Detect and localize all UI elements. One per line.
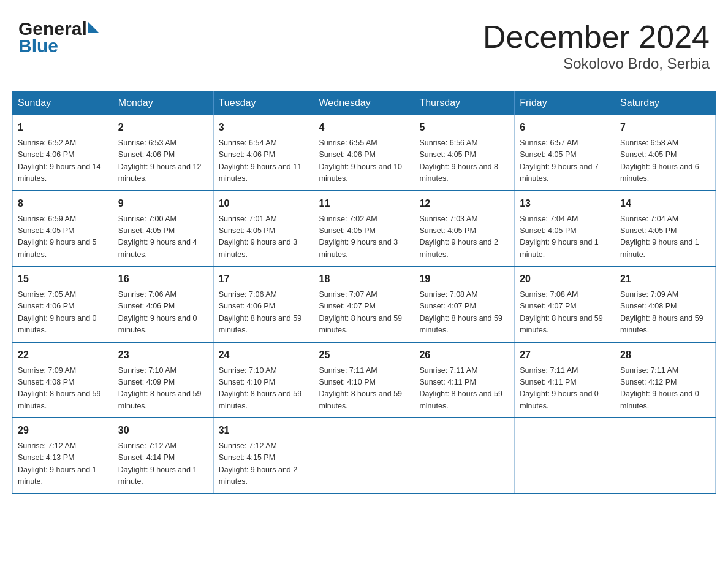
calendar-cell: 30Sunrise: 7:12 AMSunset: 4:14 PMDayligh…	[113, 418, 213, 494]
day-info: Sunrise: 7:09 AMSunset: 4:08 PMDaylight:…	[18, 365, 108, 413]
calendar-cell: 25Sunrise: 7:11 AMSunset: 4:10 PMDayligh…	[314, 342, 414, 418]
day-number: 2	[118, 120, 208, 135]
calendar-cell: 3Sunrise: 6:54 AMSunset: 4:06 PMDaylight…	[213, 115, 314, 191]
calendar-cell: 10Sunrise: 7:01 AMSunset: 4:05 PMDayligh…	[213, 191, 314, 267]
day-info: Sunrise: 7:09 AMSunset: 4:08 PMDaylight:…	[620, 289, 710, 337]
day-info: Sunrise: 6:52 AMSunset: 4:06 PMDaylight:…	[18, 137, 108, 185]
calendar-cell: 17Sunrise: 7:06 AMSunset: 4:06 PMDayligh…	[213, 266, 314, 342]
calendar-cell: 27Sunrise: 7:11 AMSunset: 4:11 PMDayligh…	[515, 342, 615, 418]
day-info: Sunrise: 7:12 AMSunset: 4:13 PMDaylight:…	[18, 440, 108, 488]
calendar-cell: 19Sunrise: 7:08 AMSunset: 4:07 PMDayligh…	[414, 266, 515, 342]
calendar-cell: 5Sunrise: 6:56 AMSunset: 4:05 PMDaylight…	[414, 115, 515, 191]
calendar-cell: 4Sunrise: 6:55 AMSunset: 4:06 PMDaylight…	[314, 115, 414, 191]
calendar-cell: 2Sunrise: 6:53 AMSunset: 4:06 PMDaylight…	[113, 115, 213, 191]
day-number: 20	[520, 272, 610, 286]
title-block: December 2024 Sokolovo Brdo, Serbia	[483, 18, 710, 72]
calendar-cell	[314, 418, 414, 494]
day-info: Sunrise: 7:04 AMSunset: 4:05 PMDaylight:…	[620, 213, 710, 261]
day-number: 10	[219, 196, 309, 211]
calendar-cell: 7Sunrise: 6:58 AMSunset: 4:05 PMDaylight…	[615, 115, 716, 191]
day-number: 6	[520, 120, 610, 135]
day-info: Sunrise: 7:01 AMSunset: 4:05 PMDaylight:…	[219, 213, 309, 261]
day-header-wednesday: Wednesday	[314, 91, 414, 115]
day-number: 17	[219, 272, 309, 286]
day-header-tuesday: Tuesday	[213, 91, 314, 115]
calendar-cell: 12Sunrise: 7:03 AMSunset: 4:05 PMDayligh…	[414, 191, 515, 267]
calendar-cell: 14Sunrise: 7:04 AMSunset: 4:05 PMDayligh…	[615, 191, 716, 267]
day-header-sunday: Sunday	[13, 91, 113, 115]
day-info: Sunrise: 6:58 AMSunset: 4:05 PMDaylight:…	[620, 137, 710, 185]
week-row-5: 29Sunrise: 7:12 AMSunset: 4:13 PMDayligh…	[13, 418, 716, 494]
day-info: Sunrise: 7:04 AMSunset: 4:05 PMDaylight:…	[520, 213, 610, 261]
day-number: 27	[520, 348, 610, 362]
logo: General Blue	[18, 18, 99, 56]
day-info: Sunrise: 7:06 AMSunset: 4:06 PMDaylight:…	[219, 289, 309, 337]
day-number: 28	[620, 348, 710, 362]
day-number: 18	[319, 272, 409, 286]
day-number: 22	[18, 348, 108, 362]
day-info: Sunrise: 7:02 AMSunset: 4:05 PMDaylight:…	[319, 213, 409, 261]
calendar-subtitle: Sokolovo Brdo, Serbia	[483, 55, 710, 72]
day-number: 9	[118, 196, 208, 211]
day-info: Sunrise: 6:53 AMSunset: 4:06 PMDaylight:…	[118, 137, 208, 185]
week-row-1: 1Sunrise: 6:52 AMSunset: 4:06 PMDaylight…	[13, 115, 716, 191]
day-info: Sunrise: 7:08 AMSunset: 4:07 PMDaylight:…	[419, 289, 509, 337]
day-number: 13	[520, 196, 610, 211]
day-info: Sunrise: 7:12 AMSunset: 4:14 PMDaylight:…	[118, 440, 208, 488]
week-row-4: 22Sunrise: 7:09 AMSunset: 4:08 PMDayligh…	[13, 342, 716, 418]
day-info: Sunrise: 7:10 AMSunset: 4:10 PMDaylight:…	[219, 365, 309, 413]
day-info: Sunrise: 7:03 AMSunset: 4:05 PMDaylight:…	[419, 213, 509, 261]
day-info: Sunrise: 7:12 AMSunset: 4:15 PMDaylight:…	[219, 440, 309, 488]
week-row-2: 8Sunrise: 6:59 AMSunset: 4:05 PMDaylight…	[13, 191, 716, 267]
calendar-cell: 20Sunrise: 7:08 AMSunset: 4:07 PMDayligh…	[515, 266, 615, 342]
logo-blue-text: Blue	[18, 36, 58, 56]
calendar-cell: 6Sunrise: 6:57 AMSunset: 4:05 PMDaylight…	[515, 115, 615, 191]
day-header-friday: Friday	[515, 91, 615, 115]
day-number: 7	[620, 120, 710, 135]
calendar-cell: 15Sunrise: 7:05 AMSunset: 4:06 PMDayligh…	[13, 266, 113, 342]
calendar-cell	[615, 418, 716, 494]
day-info: Sunrise: 7:08 AMSunset: 4:07 PMDaylight:…	[520, 289, 610, 337]
day-info: Sunrise: 7:05 AMSunset: 4:06 PMDaylight:…	[18, 289, 108, 337]
day-info: Sunrise: 6:59 AMSunset: 4:05 PMDaylight:…	[18, 213, 108, 261]
calendar-cell: 9Sunrise: 7:00 AMSunset: 4:05 PMDaylight…	[113, 191, 213, 267]
day-info: Sunrise: 7:00 AMSunset: 4:05 PMDaylight:…	[118, 213, 208, 261]
day-number: 3	[219, 120, 309, 135]
day-info: Sunrise: 7:07 AMSunset: 4:07 PMDaylight:…	[319, 289, 409, 337]
calendar-table: SundayMondayTuesdayWednesdayThursdayFrid…	[12, 91, 716, 494]
day-info: Sunrise: 7:06 AMSunset: 4:06 PMDaylight:…	[118, 289, 208, 337]
calendar-cell: 11Sunrise: 7:02 AMSunset: 4:05 PMDayligh…	[314, 191, 414, 267]
calendar-cell: 1Sunrise: 6:52 AMSunset: 4:06 PMDaylight…	[13, 115, 113, 191]
calendar-cell: 16Sunrise: 7:06 AMSunset: 4:06 PMDayligh…	[113, 266, 213, 342]
day-number: 23	[118, 348, 208, 362]
day-number: 25	[319, 348, 409, 362]
calendar-cell: 21Sunrise: 7:09 AMSunset: 4:08 PMDayligh…	[615, 266, 716, 342]
day-number: 24	[219, 348, 309, 362]
day-number: 1	[18, 120, 108, 135]
day-number: 29	[18, 423, 108, 438]
calendar-cell: 22Sunrise: 7:09 AMSunset: 4:08 PMDayligh…	[13, 342, 113, 418]
day-number: 5	[419, 120, 509, 135]
day-info: Sunrise: 7:11 AMSunset: 4:12 PMDaylight:…	[620, 365, 710, 413]
calendar-cell: 24Sunrise: 7:10 AMSunset: 4:10 PMDayligh…	[213, 342, 314, 418]
calendar-title: December 2024	[483, 18, 710, 55]
day-header-monday: Monday	[113, 91, 213, 115]
day-header-thursday: Thursday	[414, 91, 515, 115]
page-header: General Blue December 2024 Sokolovo Brdo…	[12, 12, 716, 79]
day-info: Sunrise: 7:11 AMSunset: 4:11 PMDaylight:…	[419, 365, 509, 413]
day-info: Sunrise: 7:11 AMSunset: 4:11 PMDaylight:…	[520, 365, 610, 413]
calendar-header-row: SundayMondayTuesdayWednesdayThursdayFrid…	[13, 91, 716, 115]
day-header-saturday: Saturday	[615, 91, 716, 115]
calendar-cell	[414, 418, 515, 494]
calendar-cell: 29Sunrise: 7:12 AMSunset: 4:13 PMDayligh…	[13, 418, 113, 494]
day-info: Sunrise: 7:11 AMSunset: 4:10 PMDaylight:…	[319, 365, 409, 413]
calendar-cell: 26Sunrise: 7:11 AMSunset: 4:11 PMDayligh…	[414, 342, 515, 418]
calendar-cell: 8Sunrise: 6:59 AMSunset: 4:05 PMDaylight…	[13, 191, 113, 267]
day-number: 12	[419, 196, 509, 211]
day-number: 14	[620, 196, 710, 211]
calendar-cell: 28Sunrise: 7:11 AMSunset: 4:12 PMDayligh…	[615, 342, 716, 418]
day-number: 31	[219, 423, 309, 438]
day-info: Sunrise: 7:10 AMSunset: 4:09 PMDaylight:…	[118, 365, 208, 413]
day-info: Sunrise: 6:54 AMSunset: 4:06 PMDaylight:…	[219, 137, 309, 185]
day-number: 16	[118, 272, 208, 286]
